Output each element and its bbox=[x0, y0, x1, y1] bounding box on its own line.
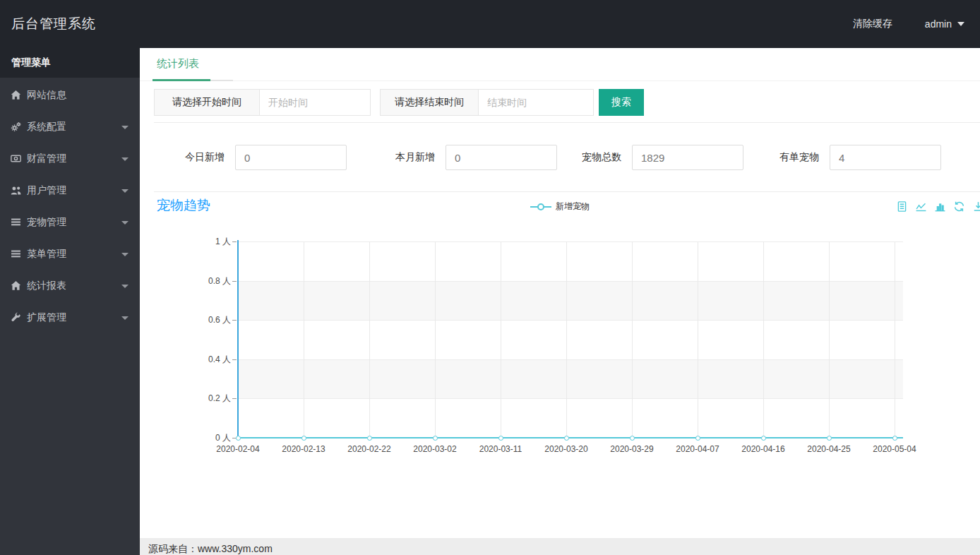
user-menu[interactable]: admin bbox=[925, 18, 964, 30]
y-axis-tick-mark bbox=[232, 320, 237, 321]
data-point-marker bbox=[892, 436, 897, 441]
data-point-marker bbox=[498, 436, 503, 441]
money-icon bbox=[11, 153, 21, 164]
stat-label: 本月新增 bbox=[395, 151, 435, 164]
data-point-marker bbox=[761, 436, 766, 441]
tab-active-underline bbox=[153, 79, 210, 81]
tab-underline-track bbox=[210, 80, 233, 81]
sidebar-item-system-config[interactable]: 系统配置 bbox=[0, 111, 140, 143]
y-axis-tick-label: 1 人 bbox=[215, 236, 231, 248]
home-icon bbox=[11, 90, 21, 100]
sidebar-item-extensions[interactable]: 扩展管理 bbox=[0, 302, 140, 333]
sidebar-item-menus[interactable]: 菜单管理 bbox=[0, 238, 140, 270]
x-axis-tick-label: 2020-05-04 bbox=[873, 444, 916, 454]
chevron-down-icon bbox=[957, 22, 964, 26]
stat-label: 今日新增 bbox=[185, 151, 225, 164]
data-point-marker bbox=[564, 436, 569, 441]
legend-label: 新增宠物 bbox=[556, 201, 590, 213]
sidebar-item-label: 用户管理 bbox=[27, 184, 66, 197]
x-axis-tick-label: 2020-02-13 bbox=[282, 444, 325, 454]
data-point-marker bbox=[433, 436, 438, 441]
end-date-picker-button[interactable]: 请选择结束时间 bbox=[380, 89, 479, 116]
vertical-gridline bbox=[435, 241, 436, 438]
sidebar-item-label: 扩展管理 bbox=[27, 311, 66, 324]
x-axis-tick-label: 2020-03-29 bbox=[610, 444, 653, 454]
clear-cache-button[interactable]: 清除缓存 bbox=[853, 18, 892, 30]
series-line-new-pets bbox=[238, 437, 903, 438]
list-icon bbox=[11, 249, 21, 259]
y-axis-tick-mark bbox=[232, 241, 237, 242]
sidebar-item-label: 网站信息 bbox=[27, 89, 66, 102]
y-axis-tick-mark bbox=[232, 359, 237, 360]
y-axis-line bbox=[237, 240, 239, 438]
y-axis-tick-mark bbox=[232, 398, 237, 399]
sidebar-item-reports[interactable]: 统计报表 bbox=[0, 270, 140, 302]
vertical-gridline bbox=[566, 241, 567, 438]
topbar: 后台管理系统 清除缓存 admin bbox=[0, 0, 980, 48]
vertical-gridline bbox=[895, 241, 895, 438]
line-type-icon[interactable] bbox=[915, 201, 927, 213]
x-axis-tick-label: 2020-02-04 bbox=[216, 444, 259, 454]
save-image-icon[interactable] bbox=[972, 201, 980, 213]
search-button[interactable]: 搜索 bbox=[599, 89, 644, 116]
tab-statistics-list[interactable]: 统计列表 bbox=[157, 57, 199, 71]
stat-group-0: 今日新增 bbox=[185, 145, 347, 170]
vertical-gridline bbox=[304, 241, 304, 438]
divider bbox=[154, 122, 980, 123]
y-axis-tick-mark bbox=[232, 281, 237, 282]
split-area-band bbox=[238, 359, 903, 399]
split-area-band bbox=[238, 398, 903, 438]
sidebar-item-label: 统计报表 bbox=[27, 280, 66, 292]
sidebar-menu-title: 管理菜单 bbox=[0, 48, 140, 78]
user-name: admin bbox=[925, 18, 952, 30]
start-date-picker-button[interactable]: 请选择开始时间 bbox=[154, 89, 260, 116]
wrench-icon bbox=[11, 312, 21, 323]
x-axis-tick-label: 2020-03-20 bbox=[544, 444, 587, 454]
start-date-input[interactable] bbox=[260, 89, 371, 116]
chart-plot-area[interactable]: 1 人0.8 人0.6 人0.4 人0.2 人0 人2020-02-042020… bbox=[238, 241, 903, 438]
cogs-icon bbox=[11, 121, 21, 132]
chevron-down-icon bbox=[121, 157, 129, 161]
data-view-icon[interactable] bbox=[896, 201, 908, 213]
sidebar-menu: 网站信息系统配置财富管理用户管理宠物管理菜单管理统计报表扩展管理 bbox=[0, 78, 140, 333]
chevron-down-icon bbox=[121, 253, 129, 256]
restore-icon[interactable] bbox=[953, 201, 965, 213]
vertical-gridline bbox=[698, 241, 698, 438]
y-axis-tick-label: 0 人 bbox=[215, 432, 231, 444]
x-axis-tick-label: 2020-02-22 bbox=[347, 444, 390, 454]
stat-group-2: 宠物总数 bbox=[582, 145, 743, 170]
bar-type-icon[interactable] bbox=[934, 201, 946, 213]
stat-group-1: 本月新增 bbox=[395, 145, 557, 170]
sidebar: 管理菜单 网站信息系统配置财富管理用户管理宠物管理菜单管理统计报表扩展管理 bbox=[0, 48, 140, 555]
sidebar-item-wealth[interactable]: 财富管理 bbox=[0, 143, 140, 174]
x-axis-tick-label: 2020-03-11 bbox=[479, 444, 522, 454]
users-icon bbox=[11, 185, 21, 196]
end-date-input[interactable] bbox=[479, 89, 594, 116]
footer-text: 源码来自：www.330ym.com bbox=[148, 543, 273, 555]
stat-value-input[interactable] bbox=[235, 145, 347, 170]
stat-value-input[interactable] bbox=[830, 145, 941, 170]
data-point-marker bbox=[367, 436, 372, 441]
x-axis-tick-label: 2020-03-02 bbox=[413, 444, 456, 454]
legend-item-new-pets[interactable]: 新增宠物 bbox=[530, 201, 590, 213]
x-axis-tick-label: 2020-04-25 bbox=[807, 444, 850, 454]
data-point-marker bbox=[236, 436, 241, 441]
list-icon bbox=[11, 217, 21, 227]
stat-value-input[interactable] bbox=[632, 145, 743, 170]
x-axis-tick-label: 2020-04-16 bbox=[741, 444, 784, 454]
home-icon bbox=[11, 280, 21, 291]
y-axis-tick-label: 0.4 人 bbox=[208, 353, 231, 365]
sidebar-item-site-info[interactable]: 网站信息 bbox=[0, 79, 140, 111]
sidebar-item-users[interactable]: 用户管理 bbox=[0, 174, 140, 206]
divider bbox=[154, 191, 980, 192]
chevron-down-icon bbox=[121, 189, 129, 193]
sidebar-item-pets[interactable]: 宠物管理 bbox=[0, 206, 140, 238]
stat-value-input[interactable] bbox=[446, 145, 557, 170]
chevron-down-icon bbox=[121, 221, 129, 225]
main-content: 统计列表 请选择开始时间 请选择结束时间 搜索 今日新增本月新增宠物总数有单宠物… bbox=[140, 48, 980, 538]
split-area-band bbox=[238, 281, 903, 321]
chart-toolbox bbox=[896, 201, 980, 213]
vertical-gridline bbox=[763, 241, 764, 438]
topbar-right: 清除缓存 admin bbox=[853, 0, 964, 48]
footer: 源码来自：www.330ym.com bbox=[140, 538, 980, 555]
